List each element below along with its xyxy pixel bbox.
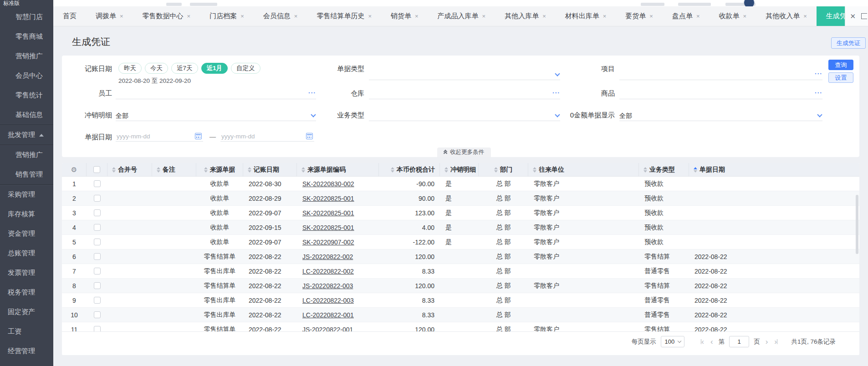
- sort-icon[interactable]: [157, 167, 160, 173]
- tab-close-icon[interactable]: ×: [187, 13, 191, 20]
- row-checkbox[interactable]: [94, 239, 101, 245]
- sidebar-item-发票管理[interactable]: 发票管理: [0, 263, 53, 283]
- column-header-部门[interactable]: 部门: [479, 163, 528, 176]
- tab-close-icon[interactable]: ×: [368, 13, 372, 20]
- sidebar-item-基础信息[interactable]: 基础信息: [0, 105, 53, 125]
- first-page-icon[interactable]: ‹: [700, 337, 705, 346]
- collapse-more-conditions[interactable]: 收起更多条件: [437, 147, 491, 157]
- column-header-记账日期[interactable]: 记账日期: [243, 163, 297, 176]
- employee-field[interactable]: ···: [116, 89, 316, 99]
- sidebar-item-零售商城[interactable]: 零售商城: [0, 27, 53, 46]
- sort-icon[interactable]: [204, 167, 208, 173]
- sidebar-item-库存核算[interactable]: 库存核算: [0, 204, 53, 224]
- source-code-link[interactable]: JS-20220822-002: [302, 253, 353, 260]
- column-header-本币价税合计[interactable]: 本币价税合计: [379, 163, 440, 176]
- chevron-down-icon[interactable]: [555, 112, 560, 117]
- column-header-来源单据编码[interactable]: 来源单据编码: [297, 163, 379, 176]
- source-code-link[interactable]: JS-20220822-001: [302, 326, 353, 332]
- generate-voucher-button[interactable]: 生成凭证: [831, 37, 866, 49]
- row-checkbox[interactable]: [94, 297, 101, 304]
- tab-close-icon[interactable]: ×: [649, 13, 653, 20]
- tab-close-icon[interactable]: ×: [803, 13, 807, 20]
- doc-date-from-input[interactable]: [116, 131, 203, 142]
- tab-close-icon[interactable]: ×: [120, 13, 123, 20]
- sidebar-item-工资[interactable]: 工资: [0, 322, 53, 341]
- sidebar-item-营销推广[interactable]: 营销推广: [0, 46, 53, 66]
- zero-amount-select[interactable]: 全部: [619, 111, 822, 121]
- source-code-link[interactable]: LC-20220822-003: [302, 297, 354, 304]
- doc-type-field[interactable]: [369, 70, 560, 80]
- search-button[interactable]: 查询: [828, 60, 853, 70]
- source-code-link[interactable]: JS-20220822-003: [302, 282, 353, 290]
- fullscreen-icon[interactable]: [861, 13, 867, 19]
- sidebar-item-采购管理[interactable]: 采购管理: [0, 185, 53, 204]
- tab-首页[interactable]: 首页: [53, 6, 86, 26]
- tab-销货单[interactable]: 销货单×: [381, 6, 428, 26]
- select-all-checkbox[interactable]: [93, 166, 100, 173]
- gear-icon[interactable]: ⚙: [71, 166, 77, 174]
- tab-close-icon[interactable]: ×: [743, 13, 747, 20]
- picker-ellipsis-icon[interactable]: ···: [815, 89, 822, 97]
- row-checkbox[interactable]: [94, 195, 101, 202]
- sort-icon[interactable]: [301, 167, 305, 173]
- tab-close-icon[interactable]: ×: [415, 13, 419, 20]
- next-page-icon[interactable]: ›: [765, 337, 769, 346]
- sidebar-item-零售统计[interactable]: 零售统计: [0, 86, 53, 105]
- column-header-往来单位[interactable]: 往来单位: [528, 163, 639, 176]
- source-code-link[interactable]: SK-20220830-002: [302, 180, 354, 188]
- topbar-message-icon[interactable]: [641, 3, 664, 6]
- project-field[interactable]: ···: [619, 70, 822, 80]
- sort-icon[interactable]: [112, 167, 116, 173]
- column-header-合并号[interactable]: 合并号: [107, 163, 152, 176]
- tab-close-icon[interactable]: ×: [542, 13, 546, 20]
- column-header-业务类型[interactable]: 业务类型: [639, 163, 689, 176]
- doc-date-to-input[interactable]: [220, 131, 314, 142]
- tab-会员信息[interactable]: 会员信息×: [254, 6, 307, 26]
- settings-button[interactable]: 设置: [828, 72, 853, 83]
- source-code-link[interactable]: LC-20220822-001: [302, 311, 354, 319]
- sort-icon[interactable]: [444, 167, 448, 173]
- column-header-serial[interactable]: ⚙: [62, 163, 87, 176]
- tab-close-icon[interactable]: ×: [696, 13, 700, 20]
- tab-门店档案[interactable]: 门店档案×: [200, 6, 254, 26]
- sidebar-item-税务管理[interactable]: 税务管理: [0, 283, 53, 302]
- column-header-冲销明细[interactable]: 冲销明细: [440, 163, 479, 176]
- sidebar-item-资金管理[interactable]: 资金管理: [0, 224, 53, 244]
- date-preset-自定义[interactable]: 自定义: [231, 63, 260, 74]
- source-code-link[interactable]: SK-20220825-001: [302, 224, 354, 231]
- source-code-link[interactable]: SK-20220825-001: [302, 195, 354, 202]
- column-header-单据日期[interactable]: 单据日期: [689, 163, 859, 176]
- row-checkbox[interactable]: [94, 311, 101, 318]
- tab-其他收入单[interactable]: 其他收入单×: [756, 6, 817, 26]
- page-number-input[interactable]: [729, 336, 749, 347]
- picker-ellipsis-icon[interactable]: ···: [815, 70, 822, 77]
- source-code-link[interactable]: LC-20220822-002: [302, 268, 354, 275]
- row-checkbox[interactable]: [94, 268, 101, 274]
- sidebar-item-总账管理[interactable]: 总账管理: [0, 244, 53, 263]
- date-preset-近1月[interactable]: 近1月: [201, 63, 228, 74]
- sidebar-item-智慧门店[interactable]: 智慧门店: [0, 7, 53, 27]
- row-checkbox[interactable]: [94, 253, 101, 260]
- sidebar-item-批发管理[interactable]: 批发管理: [0, 125, 53, 145]
- sort-icon[interactable]: [391, 167, 394, 173]
- sidebar-item-固定资产[interactable]: 固定资产: [0, 302, 53, 322]
- calendar-icon[interactable]: [195, 133, 202, 139]
- biz-type-select[interactable]: [369, 111, 560, 121]
- sort-icon[interactable]: [494, 167, 498, 173]
- sort-icon[interactable]: [694, 167, 697, 173]
- date-preset-昨天[interactable]: 昨天: [118, 63, 142, 74]
- tab-要货单[interactable]: 要货单×: [616, 6, 663, 26]
- sidebar-item-销售管理[interactable]: 销售管理: [0, 165, 53, 184]
- date-preset-近7天[interactable]: 近7天: [171, 63, 198, 74]
- row-checkbox[interactable]: [94, 224, 101, 231]
- table-scrollbar[interactable]: [856, 195, 858, 254]
- chevron-down-icon[interactable]: [817, 112, 822, 117]
- tab-close-icon[interactable]: ×: [294, 13, 298, 20]
- writeoff-detail-select[interactable]: 全部: [116, 111, 316, 121]
- column-header-来源单据[interactable]: 来源单据: [196, 163, 243, 176]
- tab-零售数据中心[interactable]: 零售数据中心×: [133, 6, 200, 26]
- sidebar-item-经营管理[interactable]: 经营管理: [0, 341, 53, 361]
- close-all-tabs-icon[interactable]: ✕: [850, 12, 856, 20]
- source-code-link[interactable]: SK-20220825-001: [302, 209, 354, 217]
- tab-收款单[interactable]: 收款单×: [710, 6, 756, 26]
